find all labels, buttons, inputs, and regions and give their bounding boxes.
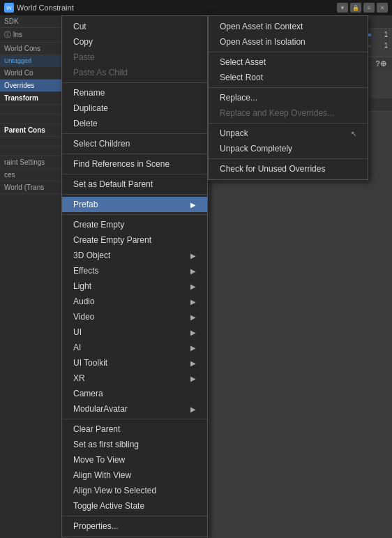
menu-item-cut[interactable]: Cut <box>62 19 207 34</box>
left-item-blank2 <box>0 114 61 124</box>
menu-item-video[interactable]: Video ▶ <box>62 309 207 324</box>
left-item-overrides[interactable]: Overrides <box>0 80 61 92</box>
menu-item-create-empty-parent[interactable]: Create Empty Parent <box>62 232 207 248</box>
submenu-item-unpack[interactable]: Unpack ↖ <box>209 126 368 141</box>
menu-item-camera[interactable]: Camera <box>62 386 207 401</box>
left-item-world-trans[interactable]: World (Trans <box>0 181 61 194</box>
menu-item-properties[interactable]: Properties... <box>62 518 207 534</box>
separator-6 <box>62 214 207 215</box>
xr-arrow: ▶ <box>190 375 196 382</box>
separator-4 <box>62 174 207 174</box>
left-item-blank1 <box>0 105 61 114</box>
3d-object-arrow: ▶ <box>190 252 196 260</box>
menu-item-ui[interactable]: UI ▶ <box>62 324 207 340</box>
context-menu: Cut Copy Paste Paste As Child Rename Dup… <box>61 15 208 537</box>
left-item-world-co[interactable]: World Co <box>0 67 61 80</box>
window-controls: ▼ 🔒 ≡ ✕ <box>337 3 388 13</box>
left-item-parent-cons[interactable]: Parent Cons <box>0 124 61 137</box>
separator-1 <box>62 82 207 83</box>
submenu-separator-3 <box>209 123 368 124</box>
left-item-sdk[interactable]: SDK <box>0 15 61 28</box>
menu-btn[interactable]: ≡ <box>363 3 375 13</box>
menu-item-move-to-view[interactable]: Move To View <box>62 452 207 468</box>
submenu-item-unpack-completely[interactable]: Unpack Completely <box>209 141 368 156</box>
lock-btn[interactable]: 🔒 <box>350 3 361 13</box>
left-item-ins[interactable]: ⓘ Ins <box>0 28 61 43</box>
left-item-world-cons[interactable]: World Cons <box>0 43 61 55</box>
menu-item-select-children[interactable]: Select Children <box>62 136 207 151</box>
menu-item-prefab[interactable]: Prefab ▶ <box>62 197 207 212</box>
menu-item-toggle-active[interactable]: Toggle Active State <box>62 498 207 514</box>
left-item-untagged[interactable]: Untagged <box>0 55 61 67</box>
menu-item-delete[interactable]: Delete <box>62 116 207 131</box>
menu-item-duplicate[interactable]: Duplicate <box>62 100 207 116</box>
submenu-item-select-root[interactable]: Select Root <box>209 70 368 85</box>
menu-item-create-empty[interactable]: Create Empty <box>62 217 207 232</box>
separator-3 <box>62 154 207 154</box>
menu-item-light[interactable]: Light ▶ <box>62 278 207 294</box>
submenu-item-open-isolation[interactable]: Open Asset in Isolation <box>209 34 368 50</box>
menu-item-set-first-sibling[interactable]: Set as first sibling <box>62 437 207 452</box>
prefab-arrow: ▶ <box>190 201 196 209</box>
menu-item-clear-parent[interactable]: Clear Parent <box>62 421 207 437</box>
close-btn[interactable]: ✕ <box>377 3 388 13</box>
menu-item-paste-as-child[interactable]: Paste As Child <box>62 65 207 80</box>
menu-item-paste[interactable]: Paste <box>62 50 207 65</box>
ui-toolkit-arrow: ▶ <box>190 359 196 367</box>
left-item-transform[interactable]: Transform <box>0 92 61 105</box>
prefab-submenu: Open Asset in Context Open Asset in Isol… <box>208 15 368 180</box>
audio-arrow: ▶ <box>190 298 196 306</box>
submenu-item-open-context[interactable]: Open Asset in Context <box>209 19 368 34</box>
menu-item-set-default-parent[interactable]: Set as Default Parent <box>62 177 207 192</box>
app-icon: W <box>4 3 14 13</box>
separator-8 <box>62 516 207 516</box>
submenu-item-select-asset[interactable]: Select Asset <box>209 54 368 70</box>
slider-value-1: 1 <box>374 31 388 38</box>
light-arrow: ▶ <box>190 283 196 290</box>
effects-arrow: ▶ <box>190 267 196 275</box>
menu-item-modular-avatar[interactable]: ModularAvatar ▶ <box>62 401 207 417</box>
submenu-item-check-unused[interactable]: Check for Unused Overrides <box>209 161 368 177</box>
separator-2 <box>62 133 207 134</box>
window-title: World Constraint <box>17 3 334 12</box>
submenu-item-replace-keep[interactable]: Replace and Keep Overrides... <box>209 105 368 121</box>
menu-item-ai[interactable]: AI ▶ <box>62 340 207 355</box>
submenu-separator-4 <box>209 158 368 159</box>
video-arrow: ▶ <box>190 313 196 321</box>
submenu-separator-1 <box>209 52 368 52</box>
left-item-raint[interactable]: raint Settings <box>0 156 61 169</box>
separator-5 <box>62 194 207 195</box>
left-item-blank3 <box>0 137 61 147</box>
separator-7 <box>62 419 207 419</box>
submenu-item-replace[interactable]: Replace... <box>209 90 368 105</box>
title-bar: W World Constraint ▼ 🔒 ≡ ✕ <box>0 0 392 15</box>
slider-value-2: 1 <box>374 42 388 50</box>
left-item-blank4 <box>0 147 61 156</box>
ui-arrow: ▶ <box>190 329 196 336</box>
menu-item-rename[interactable]: Rename <box>62 85 207 100</box>
ai-arrow: ▶ <box>190 344 196 352</box>
left-item-ces[interactable]: ces <box>0 169 61 181</box>
cursor-indicator: ↖ <box>351 130 356 137</box>
menu-item-copy[interactable]: Copy <box>62 34 207 50</box>
menu-item-audio[interactable]: Audio ▶ <box>62 294 207 309</box>
menu-item-3d-object[interactable]: 3D Object ▶ <box>62 248 207 263</box>
modular-avatar-arrow: ▶ <box>190 405 196 413</box>
submenu-separator-2 <box>209 87 368 88</box>
menu-item-align-with-view[interactable]: Align With View <box>62 468 207 483</box>
menu-item-find-references[interactable]: Find References in Scene <box>62 156 207 172</box>
left-panel: SDK ⓘ Ins World Cons Untagged World Co O… <box>0 15 61 538</box>
help-icon[interactable]: ?⊕ <box>375 59 386 68</box>
minimize-btn[interactable]: ▼ <box>337 3 348 13</box>
menu-item-xr[interactable]: XR ▶ <box>62 371 207 386</box>
menu-item-effects[interactable]: Effects ▶ <box>62 263 207 278</box>
menu-item-ui-toolkit[interactable]: UI Toolkit ▶ <box>62 355 207 371</box>
menu-item-align-view-to-selected[interactable]: Align View to Selected <box>62 483 207 498</box>
